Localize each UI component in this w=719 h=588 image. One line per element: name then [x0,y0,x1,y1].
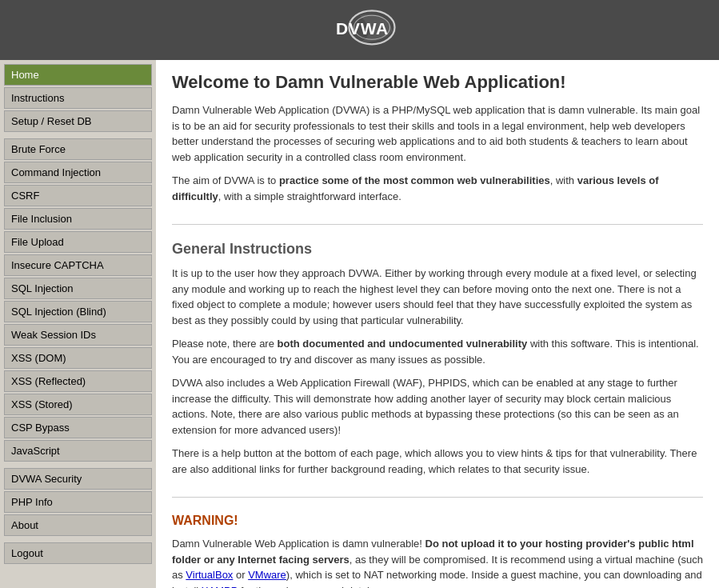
nav-items: HomeInstructionsSetup / Reset DBBrute Fo… [4,64,152,564]
general-instructions-title: General Instructions [172,241,703,258]
sidebar: HomeInstructionsSetup / Reset DBBrute Fo… [0,60,156,588]
intro-p2-suffix: , with a simple straightforward interfac… [218,190,401,202]
gi-p2-bold: both documented and undocumented vulnera… [278,338,528,350]
sidebar-item-xss-reflected[interactable]: XSS (Reflected) [4,370,152,392]
layout: HomeInstructionsSetup / Reset DBBrute Fo… [0,60,719,588]
page-title: Welcome to Damn Vulnerable Web Applicati… [172,72,703,93]
sidebar-item-xss-stored[interactable]: XSS (Stored) [4,394,152,415]
warn-or: or [233,569,248,581]
intro-p2-prefix: The aim of DVWA is to [172,174,279,186]
sidebar-item-php-info[interactable]: PHP Info [4,491,152,513]
intro-p2-middle: , with [550,174,577,186]
xampp-link[interactable]: XAMPP [202,585,238,589]
warn-end: for the web server and database. [238,585,393,589]
sidebar-item-instructions[interactable]: Instructions [4,87,152,109]
vmware-link[interactable]: VMware [248,569,286,581]
warning-title: WARNING! [172,514,703,528]
intro-section: Welcome to Damn Vulnerable Web Applicati… [172,72,703,225]
sidebar-item-brute-force[interactable]: Brute Force [4,138,152,160]
gi-p2-prefix: Please note, there are [172,338,278,350]
gi-paragraph-1: It is up to the user how they approach D… [172,266,703,328]
sidebar-item-csp-bypass[interactable]: CSP Bypass [4,417,152,438]
intro-paragraph-1: Damn Vulnerable Web Application (DVWA) i… [172,102,703,165]
sidebar-item-file-upload[interactable]: File Upload [4,231,152,253]
sidebar-item-xss-dom[interactable]: XSS (DOM) [4,347,152,369]
sidebar-item-logout[interactable]: Logout [4,542,152,564]
main-content: Welcome to Damn Vulnerable Web Applicati… [156,60,719,588]
sidebar-item-about[interactable]: About [4,514,152,536]
sidebar-item-file-inclusion[interactable]: File Inclusion [4,208,152,230]
gi-paragraph-3: DVWA also includes a Web Application Fir… [172,375,703,438]
sidebar-item-sql-injection-blind[interactable]: SQL Injection (Blind) [4,301,152,322]
gi-paragraph-4: There is a help button at the bottom of … [172,446,703,477]
dvwa-logo: DVWA [324,6,396,54]
warn-p1-prefix: Damn Vulnerable Web Application is damn … [172,538,425,550]
logo-container: DVWA [324,6,396,54]
sidebar-item-home[interactable]: Home [4,64,152,86]
warning-section: WARNING! Damn Vulnerable Web Application… [172,514,703,588]
sidebar-item-csrf[interactable]: CSRF [4,185,152,206]
sidebar-item-dvwa-security[interactable]: DVWA Security [4,468,152,490]
sidebar-item-javascript[interactable]: JavaScript [4,440,152,462]
sidebar-item-insecure-captcha[interactable]: Insecure CAPTCHA [4,254,152,276]
gi-paragraph-2: Please note, there are both documented a… [172,336,703,367]
sidebar-item-command-injection[interactable]: Command Injection [4,162,152,183]
intro-paragraph-2: The aim of DVWA is to practice some of t… [172,173,703,204]
virtualbox-link[interactable]: VirtualBox [186,569,233,581]
warning-paragraph-1: Damn Vulnerable Web Application is damn … [172,536,703,588]
intro-p2-bold1: practice some of the most common web vul… [279,174,550,186]
general-instructions-section: General Instructions It is up to the use… [172,241,703,498]
header: DVWA [0,0,719,60]
sidebar-item-sql-injection[interactable]: SQL Injection [4,278,152,299]
sidebar-item-setup[interactable]: Setup / Reset DB [4,110,152,132]
sidebar-item-weak-session-ids[interactable]: Weak Session IDs [4,324,152,346]
